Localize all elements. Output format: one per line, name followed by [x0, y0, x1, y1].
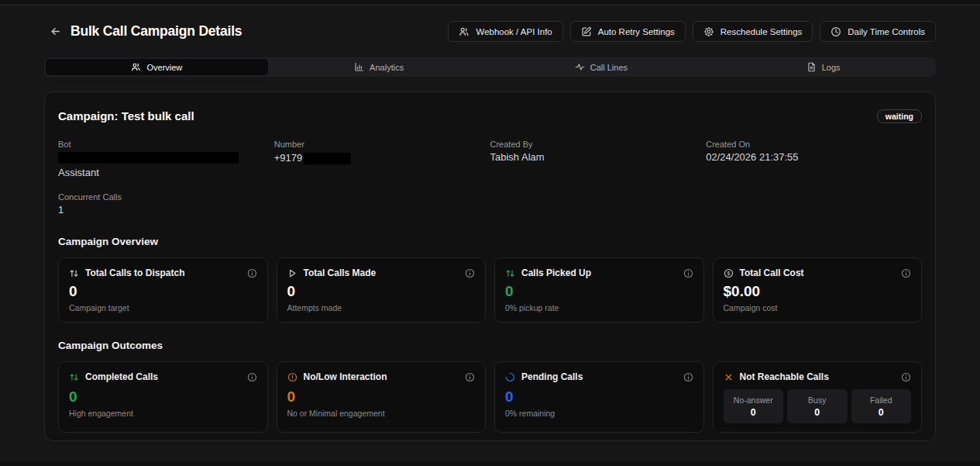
header-actions: Webhook / API Info Auto Retry Settings R… [448, 21, 936, 42]
field-bot-secondary: Assistant [58, 167, 274, 179]
overview-cards: Total Calls to Dispatch 0 Campaign targe… [58, 257, 922, 323]
field-concurrent-calls: Concurrent Calls 1 [58, 192, 922, 216]
daily-time-controls-button[interactable]: Daily Time Controls [820, 21, 936, 42]
card-subtitle: Campaign target [69, 303, 257, 312]
campaign-overview-heading: Campaign Overview [58, 236, 922, 247]
tab-call-lines[interactable]: Call Lines [490, 59, 713, 75]
card-calls-picked-up: Calls Picked Up 0 0% pickup rate [494, 257, 704, 323]
dollar-circle-icon: $ [724, 268, 734, 278]
sub-stat-value: 0 [814, 407, 820, 418]
card-value: $0.00 [724, 284, 912, 299]
activity-icon [575, 62, 585, 72]
window-bottom-strip [0, 461, 980, 466]
info-icon[interactable] [247, 268, 257, 278]
sub-stat-label: Busy [808, 395, 826, 405]
tab-overview[interactable]: Overview [46, 59, 268, 75]
outcomes-cards: Completed Calls 0 High engagement No/Low… [58, 361, 922, 433]
auto-retry-settings-button[interactable]: Auto Retry Settings [570, 21, 686, 42]
reschedule-settings-button[interactable]: Reschedule Settings [693, 21, 813, 42]
field-number-value: +9179 [274, 152, 303, 164]
card-total-call-cost: $ Total Call Cost $0.00 Campaign cost [713, 257, 923, 323]
field-bot: Bot Assistant [58, 139, 274, 179]
tab-call-lines-label: Call Lines [590, 63, 628, 72]
arrow-left-icon [50, 26, 61, 37]
field-number-label: Number [274, 139, 490, 150]
card-subtitle: No or Minimal engagement [287, 409, 476, 418]
info-icon[interactable] [465, 372, 475, 382]
clock-icon [830, 26, 841, 37]
card-not-reachable-calls: Not Reachable Calls No-answer 0 Busy 0 F… [713, 361, 923, 433]
auto-retry-settings-label: Auto Retry Settings [598, 27, 675, 36]
card-title: Total Call Cost [740, 268, 804, 278]
info-icon[interactable] [901, 268, 911, 278]
campaign-fields: Bot Assistant Number +9179 Created By Ta… [58, 139, 922, 179]
card-total-calls-made: Total Calls Made 0 Attempts made [277, 257, 487, 323]
play-icon [287, 268, 297, 278]
card-title: No/Low Interaction [304, 371, 387, 382]
card-title: Total Calls to Dispatch [85, 268, 184, 278]
card-value: 0 [69, 284, 257, 299]
field-created-on: Created On 02/24/2026 21:37:55 [706, 139, 922, 179]
field-number: Number +9179 [274, 139, 490, 179]
card-subtitle: Attempts made [287, 303, 476, 312]
info-icon[interactable] [901, 372, 911, 382]
card-title: Total Calls Made [304, 268, 377, 278]
card-value: 0 [505, 389, 693, 405]
redacted-bot-value [58, 152, 239, 164]
sub-stat-value: 0 [751, 407, 756, 418]
info-icon[interactable] [683, 372, 693, 382]
card-subtitle: 0% pickup rate [505, 303, 693, 312]
campaign-header-row: Campaign: Test bulk call waiting [58, 109, 922, 123]
loader-icon [505, 372, 515, 382]
card-value: 0 [69, 389, 257, 405]
reschedule-settings-label: Reschedule Settings [720, 27, 802, 36]
info-icon[interactable] [683, 268, 693, 278]
tab-logs[interactable]: Logs [712, 59, 934, 75]
back-button[interactable] [46, 23, 64, 40]
webhook-api-info-button[interactable]: Webhook / API Info [448, 21, 562, 42]
field-created-on-value: 02/24/2026 21:37:55 [706, 151, 922, 164]
info-icon[interactable] [247, 372, 257, 382]
not-reachable-sub-stats: No-answer 0 Busy 0 Failed 0 [724, 389, 912, 423]
svg-text:$: $ [727, 270, 730, 275]
sub-stat-value: 0 [879, 407, 884, 418]
alert-circle-icon [287, 372, 297, 382]
sub-stat-no-answer: No-answer 0 [724, 389, 784, 423]
field-created-by-label: Created By [490, 139, 707, 150]
sub-stat-label: No-answer [734, 395, 773, 405]
redacted-number-value [304, 153, 351, 164]
arrows-up-down-icon [69, 268, 79, 278]
tab-logs-label: Logs [822, 63, 841, 72]
card-pending-calls: Pending Calls 0 0% remaining [494, 361, 704, 433]
gear-icon [703, 26, 714, 37]
daily-time-controls-label: Daily Time Controls [848, 27, 925, 36]
card-completed-calls: Completed Calls 0 High engagement [58, 361, 268, 433]
card-total-calls-to-dispatch: Total Calls to Dispatch 0 Campaign targe… [58, 257, 268, 323]
page-title: Bulk Call Campaign Details [70, 23, 242, 40]
webhook-api-info-label: Webhook / API Info [476, 27, 552, 36]
campaign-details-panel: Campaign: Test bulk call waiting Bot Ass… [44, 91, 936, 441]
tab-analytics[interactable]: Analytics [268, 59, 490, 75]
field-created-by-value: Tabish Alam [490, 151, 707, 164]
status-badge: waiting [877, 109, 922, 123]
field-created-on-label: Created On [706, 139, 922, 150]
card-title: Calls Picked Up [521, 268, 591, 278]
card-value: 0 [287, 389, 476, 405]
field-concurrent-calls-value: 1 [58, 204, 922, 216]
sub-stat-label: Failed [870, 395, 892, 405]
edit-icon [581, 26, 592, 37]
info-icon[interactable] [465, 268, 475, 278]
tab-overview-label: Overview [146, 63, 182, 72]
card-title: Completed Calls [85, 371, 158, 382]
campaign-outcomes-heading: Campaign Outcomes [58, 340, 922, 351]
bar-chart-icon [354, 62, 364, 72]
card-no-low-interaction: No/Low Interaction 0 No or Minimal engag… [277, 361, 487, 433]
arrows-up-down-icon [69, 372, 79, 382]
card-title: Not Reachable Calls [740, 371, 829, 382]
field-bot-label: Bot [58, 139, 274, 150]
file-text-icon [806, 62, 817, 72]
window-top-strip [0, 0, 980, 5]
sub-stat-busy: Busy 0 [787, 389, 848, 423]
sub-stat-failed: Failed 0 [851, 389, 912, 423]
tab-analytics-label: Analytics [370, 63, 404, 72]
